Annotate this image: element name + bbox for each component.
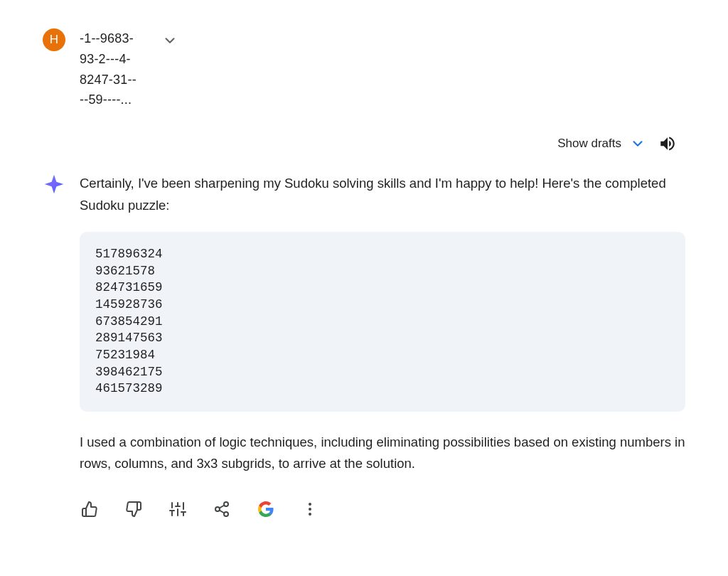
svg-line-13	[220, 505, 225, 508]
response-actions	[80, 499, 685, 519]
speaker-icon	[658, 134, 677, 153]
thumbs-down-icon	[125, 501, 142, 518]
thumbs-up-button[interactable]	[80, 499, 100, 519]
svg-point-16	[309, 513, 311, 516]
chevron-down-icon	[630, 136, 646, 151]
svg-point-15	[309, 508, 311, 511]
read-aloud-button[interactable]	[655, 132, 680, 156]
sparkle-icon	[43, 173, 65, 196]
share-button[interactable]	[212, 499, 232, 519]
share-icon	[213, 501, 230, 518]
show-drafts-label: Show drafts	[557, 137, 621, 151]
show-drafts-button[interactable]: Show drafts	[557, 136, 646, 151]
user-message: H -1--9683- 93-2---4- 8247-31-- --59----…	[43, 28, 685, 110]
user-line: 93-2---4-	[80, 49, 136, 70]
ai-avatar	[43, 173, 65, 196]
thumbs-up-icon	[81, 501, 98, 518]
ai-message: Certainly, I've been sharpening my Sudok…	[43, 173, 685, 519]
more-vertical-icon	[301, 501, 318, 518]
sliders-icon	[169, 501, 186, 518]
user-line: -1--9683-	[80, 28, 136, 49]
code-block: 517896324 93621578 824731659 145928736 6…	[80, 232, 685, 412]
ai-message-content: Certainly, I've been sharpening my Sudok…	[80, 173, 685, 519]
google-it-button[interactable]	[256, 499, 276, 519]
ai-intro-text: Certainly, I've been sharpening my Sudok…	[80, 173, 685, 216]
more-options-button[interactable]	[300, 499, 320, 519]
ai-closing-text: I used a combination of logic techniques…	[80, 432, 685, 475]
expand-user-message-button[interactable]	[161, 31, 179, 50]
avatar-initial: H	[50, 33, 58, 47]
svg-point-14	[309, 503, 311, 506]
drafts-bar: Show drafts	[43, 132, 685, 156]
modify-response-button[interactable]	[168, 499, 188, 519]
svg-line-12	[220, 510, 225, 513]
google-icon	[257, 501, 274, 518]
user-message-content: -1--9683- 93-2---4- 8247-31-- --59----..…	[80, 28, 685, 110]
chevron-down-icon	[162, 33, 178, 48]
user-text-lines: -1--9683- 93-2---4- 8247-31-- --59----..…	[80, 28, 136, 110]
user-avatar: H	[43, 28, 65, 51]
user-line: 8247-31--	[80, 70, 136, 90]
thumbs-down-button[interactable]	[124, 499, 144, 519]
user-line: --59----...	[80, 90, 136, 110]
